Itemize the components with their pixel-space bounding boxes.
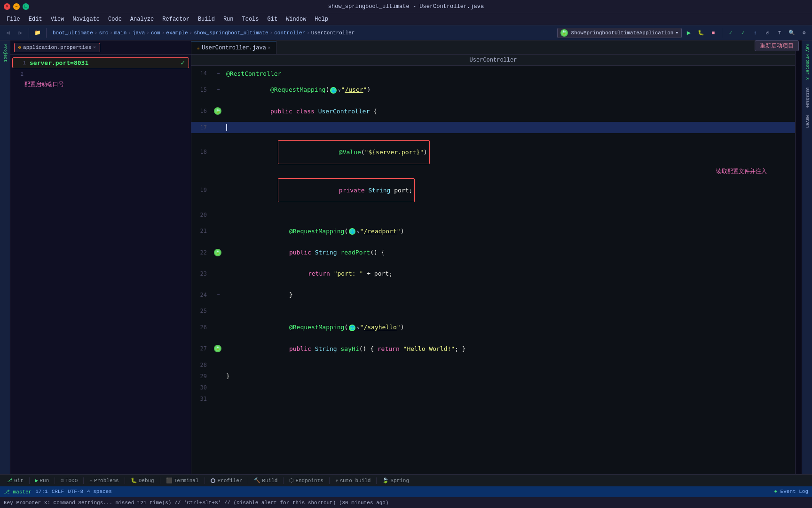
code-line-14: 14 − @RestController [191, 68, 795, 79]
spring-logo-27: 🍃 [214, 345, 221, 352]
check-mark: ✓ [181, 59, 185, 67]
code-line-20: 20 [191, 209, 795, 221]
database-tab[interactable]: Database [805, 87, 810, 108]
profiler-tool[interactable]: Profiler [208, 477, 245, 484]
code-line-27: 27 🍃 public String sayHi() { return "Hel… [191, 338, 795, 359]
menu-edit[interactable]: Edit [25, 15, 46, 24]
code-line-21: 21 @RequestMapping(🌐∨"/readport") [191, 221, 795, 242]
breadcrumb-com[interactable]: com [151, 30, 160, 36]
properties-line-1[interactable]: 1 server.port=8031 ✓ [12, 57, 189, 68]
tool-sep-3 [83, 477, 84, 484]
menu-file[interactable]: File [3, 15, 24, 24]
toolbar-sep-1 [29, 28, 29, 38]
editor-tab-usercontroller[interactable]: ☕ UserController.java ✕ [191, 41, 276, 54]
terminal-tool[interactable]: ⬛ Terminal [163, 476, 202, 484]
tool-sep-4 [125, 477, 125, 484]
spring-logo-icon: 🍃 [560, 29, 568, 37]
run-button[interactable]: ▶ [684, 28, 694, 38]
properties-content: 1 server.port=8031 ✓ 2 配置启动端口号 [10, 55, 191, 474]
menu-navigate[interactable]: Navigate [69, 15, 103, 24]
breadcrumb-usercontroller: UserController [311, 30, 355, 36]
code-line-17[interactable]: 17 [191, 122, 795, 133]
code-lines: 14 − @RestController 15 − @RequestMappin… [191, 66, 795, 406]
breadcrumb: boot_ultimate › src › main › java › com … [50, 30, 357, 36]
menu-window[interactable]: Window [282, 15, 310, 24]
problems-tool[interactable]: ⚠ Problems [87, 476, 121, 484]
globe-icon-26: 🌐 [349, 325, 355, 331]
git-commit-button[interactable]: ✓ [725, 28, 736, 38]
auto-build-tool[interactable]: ⚡ Auto-build [332, 476, 374, 484]
breadcrumb-java[interactable]: java [133, 30, 145, 36]
fold-icon-24[interactable]: − [217, 292, 220, 297]
git-icon: ⎇ [7, 477, 13, 484]
menu-view[interactable]: View [47, 15, 68, 24]
maximize-button[interactable]: □ [23, 3, 29, 10]
project-button[interactable]: 📁 [32, 28, 43, 38]
forward-button[interactable]: ▷ [15, 28, 25, 38]
stop-button[interactable]: ■ [708, 28, 718, 38]
breadcrumb-controller[interactable]: controller [274, 30, 305, 36]
code-line-25: 25 [191, 305, 795, 317]
minimize-button[interactable]: − [13, 3, 20, 10]
endpoints-icon: ⬡ [289, 477, 294, 484]
properties-tab-close[interactable]: ✕ [93, 45, 95, 50]
spring-icon: 🍃 [382, 477, 389, 484]
fold-icon-15[interactable]: − [217, 87, 220, 92]
endpoints-tool[interactable]: ⬡ Endpoints [286, 476, 326, 484]
menu-analyze[interactable]: Analyze [126, 15, 158, 24]
menu-build[interactable]: Build [194, 15, 219, 24]
menu-help[interactable]: Help [311, 15, 332, 24]
debug-button[interactable]: 🐛 [696, 28, 706, 38]
build-tool[interactable]: 🔨 Build [251, 476, 280, 484]
right-panel-tabs: Key Promoter X Database Maven [802, 40, 812, 474]
breadcrumb-src[interactable]: src [99, 30, 108, 36]
bottom-toolbar: ⎇ Git ▶ Run ☑ TODO ⚠ Problems 🐛 Debug ⬛ … [0, 474, 812, 486]
search-button[interactable]: 🔍 [787, 28, 797, 38]
undo-button[interactable]: ↺ [762, 28, 773, 38]
breadcrumb-main[interactable]: main [114, 30, 126, 36]
maven-tab[interactable]: Maven [805, 115, 810, 128]
auto-build-icon: ⚡ [335, 477, 339, 484]
indent-status[interactable]: 4 spaces [87, 489, 112, 494]
properties-icon: ⚙ [18, 45, 21, 50]
key-promoter-tab[interactable]: Key Promoter X [805, 44, 810, 80]
file-panel: ⚙ application.properties ✕ 1 server.port… [10, 40, 191, 474]
debug-tool[interactable]: 🐛 Debug [128, 476, 157, 484]
git-tool[interactable]: ⎇ Git [4, 476, 26, 484]
settings-button[interactable]: ⚙ [799, 28, 809, 38]
git-branch-status[interactable]: ⎇ master [4, 489, 32, 495]
fold-icon-14[interactable]: − [217, 71, 220, 76]
code-content-area[interactable]: 14 − @RestController 15 − @RequestMappin… [191, 66, 795, 474]
breadcrumb-show[interactable]: show_springboot_ultimate [194, 30, 268, 36]
restart-button[interactable]: 重新启动项目 [755, 40, 799, 51]
menu-refactor[interactable]: Refactor [158, 15, 193, 24]
code-line-30: 30 [191, 382, 795, 393]
title-bar: ✕ − □ show_springboot_ultimate - UserCon… [0, 0, 812, 13]
run-tool[interactable]: ▶ Run [32, 476, 52, 484]
menu-git[interactable]: Git [264, 15, 282, 24]
todo-tool[interactable]: ☑ TODO [58, 476, 80, 484]
tool-sep-6 [205, 477, 205, 484]
close-button[interactable]: ✕ [4, 3, 10, 10]
editor-scrollbar[interactable] [795, 40, 802, 474]
editor-tab-close[interactable]: ✕ [268, 45, 270, 50]
event-log-status[interactable]: ● Event Log [774, 489, 808, 494]
git-push-button[interactable]: ✓ [738, 28, 748, 38]
breadcrumb-boot[interactable]: boot_ultimate [53, 30, 93, 36]
back-button[interactable]: ◁ [3, 28, 13, 38]
todo-icon: ☑ [61, 477, 64, 484]
code-line-24: 24 − } [191, 284, 795, 305]
menu-tools[interactable]: Tools [238, 15, 263, 24]
menu-run[interactable]: Run [220, 15, 237, 24]
java-file-icon: ☕ [197, 45, 200, 51]
event-log-icon: ● [774, 489, 777, 494]
spring-tool[interactable]: 🍃 Spring [379, 476, 412, 484]
breadcrumb-example[interactable]: example [166, 30, 188, 36]
menu-code[interactable]: Code [104, 15, 126, 24]
translate-button[interactable]: T [774, 28, 785, 38]
git-pull-button[interactable]: ↑ [750, 28, 760, 38]
tool-sep-2 [55, 477, 55, 484]
project-panel-tab[interactable]: Project [3, 44, 8, 62]
run-config-select[interactable]: 🍃 ShowSpringbootUltimateApplication ▾ [557, 28, 682, 38]
properties-tab[interactable]: ⚙ application.properties ✕ [14, 43, 100, 52]
